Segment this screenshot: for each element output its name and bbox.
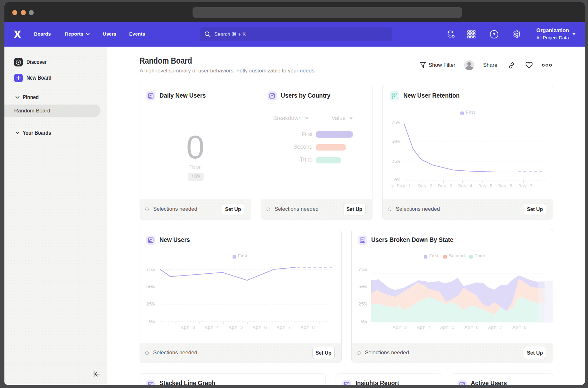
svg-text:?: ? bbox=[493, 32, 495, 37]
